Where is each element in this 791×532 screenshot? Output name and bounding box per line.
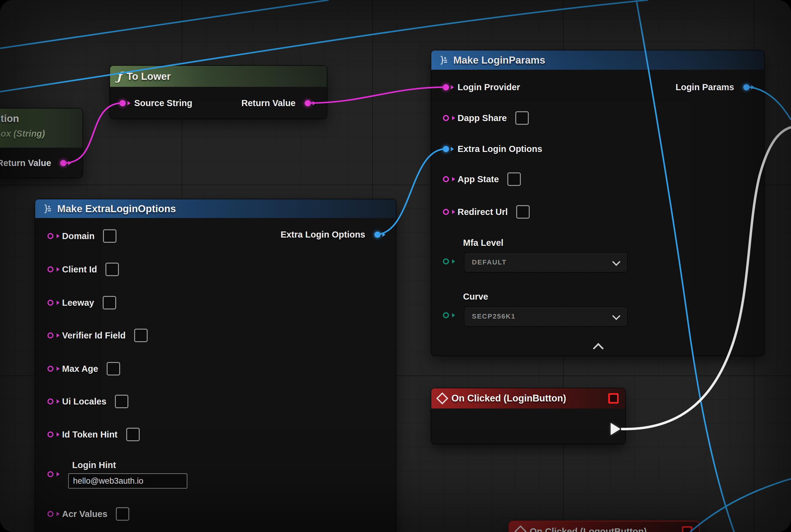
dapp-share-checkbox[interactable] bbox=[515, 111, 529, 125]
node-partial-subtitle: ox (String) bbox=[1, 129, 45, 139]
to-lower-return-row: Return Value bbox=[242, 98, 311, 108]
max-age-label: Max Age bbox=[62, 364, 98, 374]
redirect-url-row: Redirect Url bbox=[443, 205, 530, 218]
login-params-out-pin[interactable] bbox=[743, 84, 749, 90]
node-partial-title: tion bbox=[1, 113, 19, 125]
app-state-pin[interactable] bbox=[443, 176, 449, 182]
acr-values-checkbox[interactable] bbox=[116, 507, 129, 521]
chevron-down-icon bbox=[612, 311, 620, 320]
leeway-row: Leeway bbox=[47, 296, 116, 309]
acr-values-pin[interactable] bbox=[47, 511, 54, 517]
function-icon: ƒ bbox=[117, 71, 122, 82]
node-make-login-params[interactable]: Make LoginParams Login Params Login Prov… bbox=[431, 51, 764, 356]
login-provider-pin[interactable] bbox=[443, 84, 449, 90]
app-state-row: App State bbox=[443, 172, 521, 186]
id-token-hint-label: Id Token Hint bbox=[62, 430, 118, 440]
domain-row: Domain bbox=[47, 229, 116, 243]
app-state-checkbox[interactable] bbox=[507, 172, 521, 186]
node-extra-login-options-title: Make ExtraLoginOptions bbox=[57, 203, 176, 215]
login-params-out-label: Login Params bbox=[675, 82, 734, 92]
domain-checkbox[interactable] bbox=[103, 229, 116, 243]
partial-return-value-row: Return Value bbox=[0, 158, 66, 168]
extra-login-options-in-pin[interactable] bbox=[443, 146, 449, 152]
verifier-id-field-pin[interactable] bbox=[47, 332, 54, 339]
client-id-label: Client Id bbox=[62, 264, 97, 274]
login-hint-input[interactable] bbox=[68, 473, 187, 489]
dapp-share-pin[interactable] bbox=[443, 115, 449, 121]
dapp-share-label: Dapp Share bbox=[458, 113, 507, 123]
extra-login-options-out-row: Extra Login Options bbox=[281, 230, 381, 240]
delegate-pin[interactable] bbox=[608, 393, 619, 404]
login-provider-row: Login Provider bbox=[443, 82, 520, 92]
event-diamond-icon bbox=[515, 525, 527, 532]
dapp-share-row: Dapp Share bbox=[443, 111, 529, 125]
client-id-row: Client Id bbox=[47, 263, 119, 276]
extra-login-options-out-pin[interactable] bbox=[374, 231, 381, 238]
mfa-level-value: DEFAULT bbox=[472, 258, 507, 266]
node-login-params-title: Make LoginParams bbox=[453, 54, 545, 66]
leeway-checkbox[interactable] bbox=[103, 296, 116, 309]
id-token-hint-row: Id Token Hint bbox=[47, 428, 140, 441]
ui-locales-pin[interactable] bbox=[47, 398, 54, 404]
client-id-pin[interactable] bbox=[47, 266, 54, 272]
blueprint-canvas[interactable]: tion ox (String) Return Value ƒ To Lower… bbox=[0, 0, 791, 532]
login-hint-pin[interactable] bbox=[47, 471, 54, 477]
redirect-url-pin[interactable] bbox=[443, 209, 449, 215]
node-partial-function-header[interactable]: tion ox (String) bbox=[0, 109, 82, 148]
max-age-checkbox[interactable] bbox=[107, 362, 120, 376]
max-age-pin[interactable] bbox=[47, 366, 54, 372]
to-lower-return-pin[interactable] bbox=[305, 100, 311, 106]
login-provider-label: Login Provider bbox=[458, 82, 520, 92]
node-partial-function[interactable]: tion ox (String) Return Value bbox=[0, 109, 82, 178]
node-login-params-header[interactable]: Make LoginParams bbox=[431, 51, 764, 70]
ui-locales-checkbox[interactable] bbox=[115, 395, 128, 408]
extra-login-options-in-row: Extra Login Options bbox=[443, 144, 542, 154]
login-hint-label: Login Hint bbox=[72, 460, 116, 470]
max-age-row: Max Age bbox=[47, 362, 120, 376]
blueprint-graph-screenshot: { "colors": { "wire-magenta": "#df2fd4",… bbox=[0, 0, 791, 532]
node-to-lower-header[interactable]: ƒ To Lower bbox=[110, 66, 327, 87]
curve-value: SECP256K1 bbox=[472, 312, 516, 320]
chevron-down-icon bbox=[612, 258, 620, 266]
source-string-pin[interactable] bbox=[119, 100, 126, 106]
node-on-clicked-login-button[interactable]: On Clicked (LoginButton) bbox=[431, 388, 625, 444]
redirect-url-label: Redirect Url bbox=[458, 207, 508, 217]
ui-locales-row: Ui Locales bbox=[47, 395, 128, 408]
to-lower-return-label: Return Value bbox=[242, 98, 295, 108]
wire-blue-bottom-right[interactable] bbox=[690, 479, 791, 532]
source-string-label: Source String bbox=[134, 98, 192, 108]
node-on-clicked-logout-header[interactable]: On Clicked (LogoutButton) bbox=[509, 521, 699, 532]
node-on-clicked-login-header[interactable]: On Clicked (LoginButton) bbox=[431, 388, 625, 408]
extra-login-options-out-label: Extra Login Options bbox=[281, 230, 365, 240]
partial-return-value-pin[interactable] bbox=[60, 160, 66, 166]
app-state-label: App State bbox=[458, 174, 499, 184]
curve-pin[interactable] bbox=[443, 312, 449, 318]
acr-values-label: Acr Values bbox=[62, 509, 107, 519]
node-on-clicked-logout-button[interactable]: On Clicked (LogoutButton) bbox=[509, 521, 699, 532]
ui-locales-label: Ui Locales bbox=[62, 397, 107, 407]
acr-values-row: Acr Values bbox=[47, 507, 129, 521]
wire-tolower-to-login-provider[interactable] bbox=[309, 87, 446, 103]
wire-blue-topleft-steep[interactable] bbox=[0, 0, 329, 48]
delegate-pin[interactable] bbox=[682, 526, 692, 532]
leeway-label: Leeway bbox=[62, 298, 94, 308]
node-extra-login-options-header[interactable]: Make ExtraLoginOptions bbox=[35, 200, 396, 218]
id-token-hint-pin[interactable] bbox=[47, 432, 54, 438]
make-struct-icon bbox=[42, 204, 52, 214]
exec-output-pin[interactable] bbox=[611, 423, 620, 435]
curve-label: Curve bbox=[463, 292, 488, 302]
collapse-chevron-icon[interactable] bbox=[593, 343, 604, 354]
verifier-id-field-label: Verifier Id Field bbox=[62, 330, 126, 341]
mfa-level-dropdown[interactable]: DEFAULT bbox=[464, 252, 628, 272]
domain-pin[interactable] bbox=[47, 233, 54, 239]
curve-dropdown[interactable]: SECP256K1 bbox=[464, 306, 628, 326]
leeway-pin[interactable] bbox=[47, 300, 54, 306]
node-on-clicked-login-title: On Clicked (LoginButton) bbox=[451, 393, 566, 404]
verifier-id-field-checkbox[interactable] bbox=[134, 329, 148, 342]
client-id-checkbox[interactable] bbox=[105, 263, 119, 276]
mfa-level-pin[interactable] bbox=[443, 258, 449, 264]
id-token-hint-checkbox[interactable] bbox=[126, 428, 140, 441]
node-make-extra-login-options[interactable]: Make ExtraLoginOptions Extra Login Optio… bbox=[35, 200, 396, 532]
node-to-lower[interactable]: ƒ To Lower Source String Return Value bbox=[110, 66, 327, 119]
redirect-url-checkbox[interactable] bbox=[516, 205, 530, 218]
